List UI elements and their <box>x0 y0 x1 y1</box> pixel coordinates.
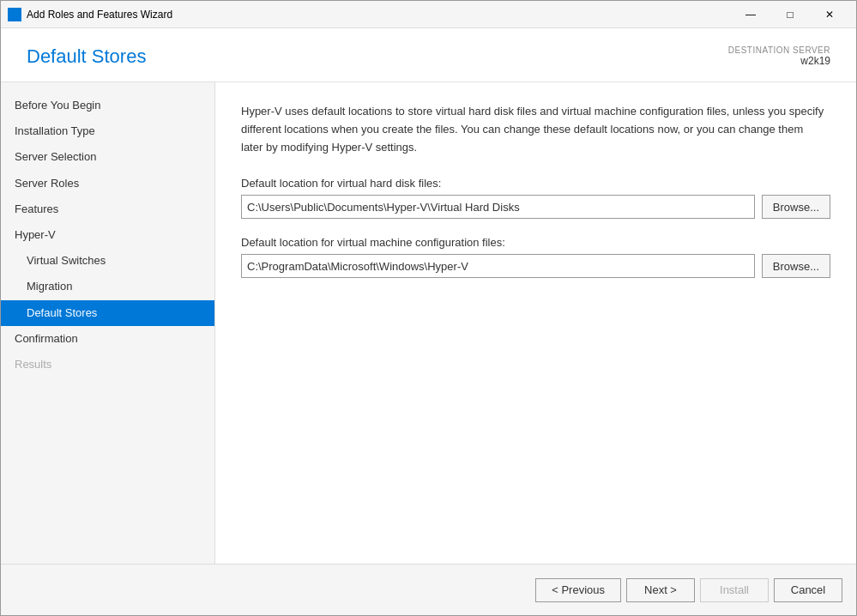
minimize-button[interactable]: — <box>731 1 770 28</box>
vm-config-field-group: Default location for virtual machine con… <box>241 236 830 278</box>
vm-config-field-row: Browse... <box>241 254 830 278</box>
vm-config-field-label: Default location for virtual machine con… <box>241 236 830 249</box>
window-title: Add Roles and Features Wizard <box>27 9 731 21</box>
sidebar-item-hyper-v[interactable]: Hyper-V <box>1 222 214 248</box>
app-icon <box>8 8 21 21</box>
sidebar-item-before-you-begin[interactable]: Before You Begin <box>1 93 214 118</box>
sidebar-item-results: Results <box>1 352 214 377</box>
sidebar-item-installation-type[interactable]: Installation Type <box>1 118 214 144</box>
destination-server-info: DESTINATION SERVER w2k19 <box>728 45 830 67</box>
footer: < Previous Next > Install Cancel <box>1 564 856 615</box>
previous-button[interactable]: < Previous <box>535 578 621 602</box>
wizard-window: Add Roles and Features Wizard — □ ✕ Defa… <box>0 0 857 616</box>
vm-config-browse-button[interactable]: Browse... <box>762 254 830 278</box>
sidebar-item-server-roles[interactable]: Server Roles <box>1 171 214 196</box>
sidebar-item-server-selection[interactable]: Server Selection <box>1 144 214 170</box>
sidebar-item-default-stores[interactable]: Default Stores <box>1 300 214 326</box>
vm-config-path-input[interactable] <box>241 254 755 278</box>
main-body: Before You BeginInstallation TypeServer … <box>1 82 856 564</box>
cancel-button[interactable]: Cancel <box>774 578 842 602</box>
server-name: w2k19 <box>728 55 830 67</box>
page-title: Default Stores <box>27 45 146 68</box>
main-content: Hyper-V uses default locations to store … <box>215 82 856 564</box>
sidebar-item-confirmation[interactable]: Confirmation <box>1 326 214 352</box>
vhd-browse-button[interactable]: Browse... <box>762 195 830 219</box>
vhd-field-group: Default location for virtual hard disk f… <box>241 177 830 219</box>
close-button[interactable]: ✕ <box>810 1 849 28</box>
content-area: Default Stores DESTINATION SERVER w2k19 … <box>1 28 856 615</box>
vhd-field-label: Default location for virtual hard disk f… <box>241 177 830 190</box>
sidebar-item-migration[interactable]: Migration <box>1 274 214 299</box>
install-button: Install <box>700 578 769 602</box>
destination-label: DESTINATION SERVER <box>728 45 830 55</box>
sidebar-item-virtual-switches[interactable]: Virtual Switches <box>1 248 214 274</box>
vhd-path-input[interactable] <box>241 195 755 219</box>
description-text: Hyper-V uses default locations to store … <box>241 103 824 156</box>
sidebar: Before You BeginInstallation TypeServer … <box>1 82 215 564</box>
title-bar: Add Roles and Features Wizard — □ ✕ <box>1 1 856 28</box>
vhd-field-row: Browse... <box>241 195 830 219</box>
sidebar-item-features[interactable]: Features <box>1 196 214 222</box>
header-bar: Default Stores DESTINATION SERVER w2k19 <box>1 28 856 82</box>
window-controls: — □ ✕ <box>731 1 849 28</box>
maximize-button[interactable]: □ <box>770 1 810 28</box>
next-button[interactable]: Next > <box>626 578 695 602</box>
